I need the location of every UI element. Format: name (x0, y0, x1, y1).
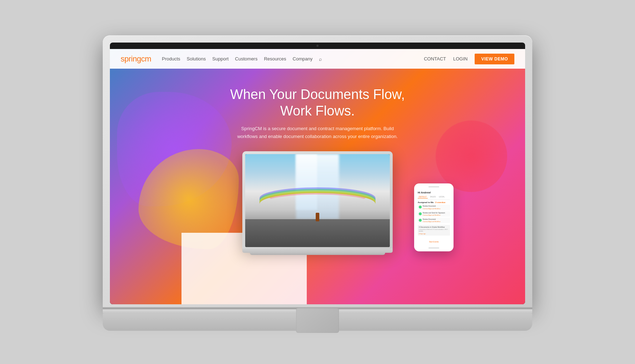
phone-home-bar (428, 247, 439, 249)
nav-link-company[interactable]: Company (293, 56, 313, 62)
nav-link-support[interactable]: Support (212, 56, 229, 62)
nav-link-customers[interactable]: Customers (235, 56, 258, 62)
hero-subtitle: SpringCM is a secure document and contra… (232, 125, 403, 141)
login-link[interactable]: LOGIN (453, 56, 467, 62)
phone-section-title: Assigned to Me 3 overdue (418, 201, 450, 203)
logo-text-spring: spring (121, 54, 141, 63)
laptop-container: springcm Products Solutions Support Cust… (103, 35, 532, 329)
inner-laptop (242, 151, 393, 255)
contact-link[interactable]: CONTACT (424, 56, 446, 62)
laptop-base (103, 307, 532, 329)
phone-start-events-btn[interactable]: Start Events (429, 241, 438, 243)
tab-sales[interactable]: SALES (429, 195, 437, 198)
phone-mockup: Hi Andrew! DEFAULT SALES LEGAL Assigned … (414, 183, 454, 251)
phone-tabs: DEFAULT SALES LEGAL (418, 195, 450, 200)
laptop-body: springcm Products Solutions Support Cust… (103, 35, 532, 307)
laptop-base-bottom (103, 314, 532, 331)
trackpad (296, 308, 339, 333)
view-demo-button[interactable]: VIEW DEMO (475, 54, 514, 64)
phone-item-3: Review Document Contract Approval Workfl… (418, 218, 450, 223)
person-silhouette (316, 213, 319, 221)
screen-bezel: springcm Products Solutions Support Cust… (110, 43, 525, 304)
hero-title: When Your Documents Flow, Work Flows. (110, 87, 525, 119)
tab-default[interactable]: DEFAULT (418, 195, 428, 198)
phone-greeting: Hi Andrew! (418, 191, 450, 194)
navbar: springcm Products Solutions Support Cust… (110, 49, 525, 69)
phone-item-1: Review Document Contract Approval Workfl… (418, 205, 450, 210)
screen-content: springcm Products Solutions Support Cust… (110, 49, 525, 304)
inner-laptop-base (242, 249, 393, 253)
hero-content: When Your Documents Flow, Work Flows. Sp… (110, 69, 525, 141)
check-icon-2 (419, 212, 422, 215)
inner-laptop-body (242, 151, 393, 249)
logo-text-cm: cm (141, 54, 151, 63)
nav-link-solutions[interactable]: Solutions (187, 56, 206, 62)
nav-right: CONTACT LOGIN VIEW DEMO (424, 54, 514, 64)
nav-link-products[interactable]: Products (162, 56, 180, 62)
nav-links: Products Solutions Support Customers Res… (162, 56, 424, 62)
phone-item-2: Review and Send for Signature Contract A… (418, 211, 450, 217)
phone-doc-section: 4 Documents in Onsite Workflow Corporati… (418, 225, 450, 236)
nav-link-resources[interactable]: Resources (264, 56, 286, 62)
device-showcase: Hi Andrew! DEFAULT SALES LEGAL Assigned … (110, 151, 525, 255)
ground (245, 219, 390, 247)
check-icon-1 (419, 206, 422, 208)
search-icon[interactable]: ⌕ (319, 56, 322, 62)
hero-background: springcm Products Solutions Support Cust… (110, 49, 525, 304)
rainbow-arc (260, 193, 375, 215)
check-icon-3 (419, 219, 422, 222)
inner-laptop-screen (245, 154, 390, 247)
phone-speaker (428, 186, 439, 187)
inner-laptop-foot (250, 253, 385, 255)
camera-icon (316, 45, 319, 47)
waterfall-scene (245, 154, 390, 247)
tab-legal[interactable]: LEGAL (438, 195, 446, 198)
logo[interactable]: springcm (121, 54, 151, 64)
phone-screen: Hi Andrew! DEFAULT SALES LEGAL Assigned … (416, 190, 452, 246)
